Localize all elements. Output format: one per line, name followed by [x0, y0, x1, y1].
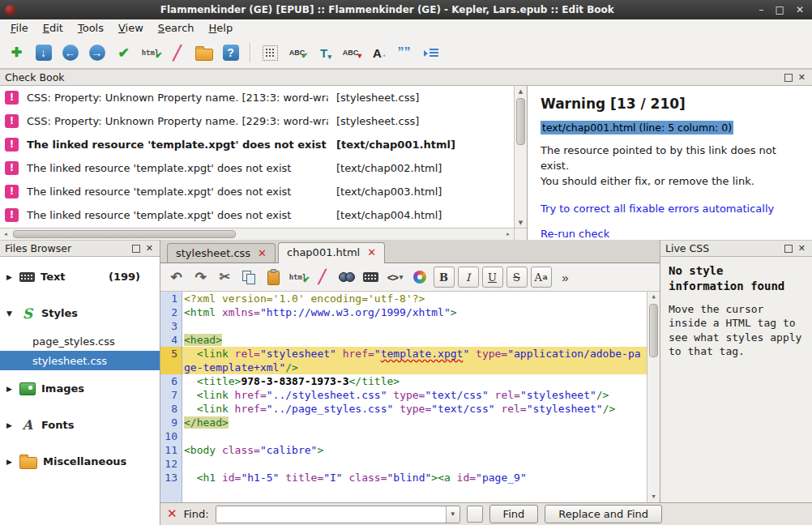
- warning-location[interactable]: text/chap001.html (line: 5 column: 0): [541, 121, 733, 134]
- expand-arrow-icon[interactable]: ▶: [5, 273, 14, 281]
- code-line[interactable]: 10: [160, 429, 647, 443]
- float-panel-icon[interactable]: [784, 245, 793, 253]
- file-item-page-styles-css[interactable]: page_styles.css: [0, 331, 160, 351]
- tab-stylesheet.css[interactable]: stylesheet.css✕: [167, 243, 276, 262]
- code-line[interactable]: 4<head>: [160, 333, 647, 347]
- mend-button[interactable]: ╱: [165, 41, 189, 65]
- tab-close-icon[interactable]: ✕: [367, 247, 376, 258]
- find-dropdown-button[interactable]: ▼: [446, 506, 459, 523]
- check-result-row[interactable]: !CSS: Property: Unknown Property name. […: [0, 109, 514, 133]
- minimize-button[interactable]: –: [759, 0, 764, 19]
- check-result-row[interactable]: !The linked resource 'template.xpgt' doe…: [0, 203, 514, 227]
- check-result-row[interactable]: !CSS: Property: Unknown Property name. […: [0, 86, 514, 109]
- fix-all-link[interactable]: Try to correct all fixable errors automa…: [541, 203, 799, 215]
- close-panel-icon[interactable]: ✕: [146, 244, 153, 253]
- check-result-row[interactable]: !The linked resource 'template.xpgt' doe…: [0, 180, 514, 203]
- spellcheck-button[interactable]: ABC✔: [285, 41, 309, 65]
- menu-help[interactable]: Help: [202, 19, 241, 37]
- copy-button[interactable]: [238, 267, 260, 288]
- alternate-case-button[interactable]: Aa: [530, 267, 552, 288]
- close-button[interactable]: ✕: [796, 0, 804, 19]
- scroll-up-arrow[interactable]: ▲: [647, 292, 660, 302]
- html-check-button[interactable]: html✔: [139, 41, 162, 65]
- overflow-button[interactable]: »: [554, 267, 576, 288]
- code-line[interactable]: 3: [160, 319, 647, 333]
- redo-button[interactable]: ↷: [190, 267, 212, 288]
- scroll-down-arrow[interactable]: ▼: [515, 217, 527, 228]
- insert-quote-button[interactable]: ””: [392, 41, 416, 65]
- open-folder-button[interactable]: [192, 41, 216, 65]
- file-item-fonts[interactable]: ▶AFonts: [0, 407, 160, 443]
- special-characters-button[interactable]: [360, 267, 382, 288]
- scroll-thumb[interactable]: [13, 230, 236, 238]
- code-line[interactable]: 12: [160, 457, 647, 471]
- back-button[interactable]: ←: [58, 41, 82, 65]
- find-button[interactable]: [335, 267, 357, 288]
- code-line[interactable]: 1<?xml version='1.0' encoding='utf-8'?>: [160, 292, 647, 305]
- rerun-check-link[interactable]: Re-run check: [541, 228, 799, 240]
- code-line[interactable]: 11<body class="calibre">: [160, 443, 647, 457]
- indent-button[interactable]: [419, 41, 442, 65]
- expand-arrow-icon[interactable]: ▶: [5, 421, 14, 429]
- file-item-stylesheet-css[interactable]: stylesheet.css: [0, 351, 160, 370]
- collapse-arrow-icon[interactable]: ▼: [5, 309, 14, 318]
- well-formed-check-button[interactable]: ✔: [112, 41, 135, 65]
- code-line[interactable]: 9</head>: [160, 416, 647, 429]
- cut-button[interactable]: ✂: [214, 267, 236, 288]
- file-item-miscellaneous[interactable]: ▶Miscellaneous: [0, 443, 160, 480]
- scroll-left-arrow[interactable]: ◂: [0, 228, 11, 240]
- scroll-track[interactable]: [11, 228, 502, 240]
- check-result-row[interactable]: !The linked resource 'template.xpgt' doe…: [0, 156, 514, 180]
- find-options-button[interactable]: [467, 506, 483, 523]
- menu-file[interactable]: File: [3, 19, 36, 37]
- html-check-button[interactable]: html✔: [287, 267, 309, 288]
- window-icon[interactable]: [5, 5, 15, 15]
- scroll-right-arrow[interactable]: ▸: [502, 228, 514, 240]
- find-close-icon[interactable]: ✕: [167, 508, 177, 520]
- italic-button[interactable]: I: [457, 267, 479, 288]
- code-line[interactable]: 13 <h1 id="h1-5" title="I" class="blind"…: [160, 471, 647, 484]
- code-line[interactable]: 2<html xmlns="http://www.w3.org/1999/xht…: [160, 305, 647, 319]
- index-entry-button[interactable]: A▪: [365, 41, 389, 65]
- check-result-row[interactable]: !The linked resource 'template.xpgt' doe…: [0, 133, 514, 156]
- float-panel-icon[interactable]: [784, 74, 793, 82]
- strikethrough-button[interactable]: S: [506, 267, 528, 288]
- expand-arrow-icon[interactable]: ▶: [5, 458, 14, 466]
- bold-button[interactable]: B: [433, 267, 455, 288]
- menu-search[interactable]: Search: [151, 19, 202, 37]
- code-line[interactable]: 7 <link href="../stylesheet.css" type="t…: [160, 388, 647, 402]
- change-case-button[interactable]: T▾: [312, 41, 335, 65]
- underline-button[interactable]: U: [481, 267, 503, 288]
- replace-and-find-button[interactable]: Replace and Find: [545, 505, 662, 523]
- close-panel-icon[interactable]: ✕: [798, 244, 806, 253]
- tab-chap001.html[interactable]: chap001.html✕: [278, 242, 385, 263]
- find-button[interactable]: Find: [489, 505, 539, 523]
- float-panel-icon[interactable]: [132, 245, 140, 253]
- code-line[interactable]: 5 <link rel="stylesheet" href="template.…: [160, 347, 647, 374]
- file-item-styles[interactable]: ▼SStyles: [0, 295, 160, 331]
- next-misspelled-button[interactable]: ABC▾: [339, 41, 362, 65]
- scroll-down-arrow[interactable]: ▼: [647, 492, 660, 502]
- special-characters-button[interactable]: [259, 41, 282, 65]
- theme-button[interactable]: [408, 267, 430, 288]
- scroll-up-arrow[interactable]: ▲: [515, 86, 527, 96]
- code-line[interactable]: 6 <title>978-3-8387-1973-3</title>: [160, 374, 647, 388]
- code-view-button[interactable]: <>▾: [384, 267, 406, 288]
- add-file-button[interactable]: ✚: [5, 41, 28, 65]
- forward-button[interactable]: →: [85, 41, 109, 65]
- menu-view[interactable]: View: [111, 19, 151, 37]
- file-item-images[interactable]: ▶Images: [0, 370, 160, 407]
- scroll-thumb[interactable]: [516, 98, 525, 145]
- undo-button[interactable]: ↶: [165, 267, 187, 288]
- expand-arrow-icon[interactable]: ▶: [5, 385, 14, 393]
- find-input[interactable]: [216, 506, 446, 523]
- scroll-track[interactable]: [515, 96, 527, 217]
- scroll-thumb[interactable]: [649, 304, 658, 357]
- scroll-track[interactable]: [647, 302, 660, 492]
- help-button[interactable]: ?: [219, 41, 242, 65]
- menu-tools[interactable]: Tools: [71, 19, 111, 37]
- save-button[interactable]: ↓: [32, 41, 55, 65]
- close-panel-icon[interactable]: ✕: [798, 73, 806, 82]
- menu-edit[interactable]: Edit: [36, 19, 71, 37]
- file-item-text[interactable]: ▶Text(199): [0, 258, 160, 295]
